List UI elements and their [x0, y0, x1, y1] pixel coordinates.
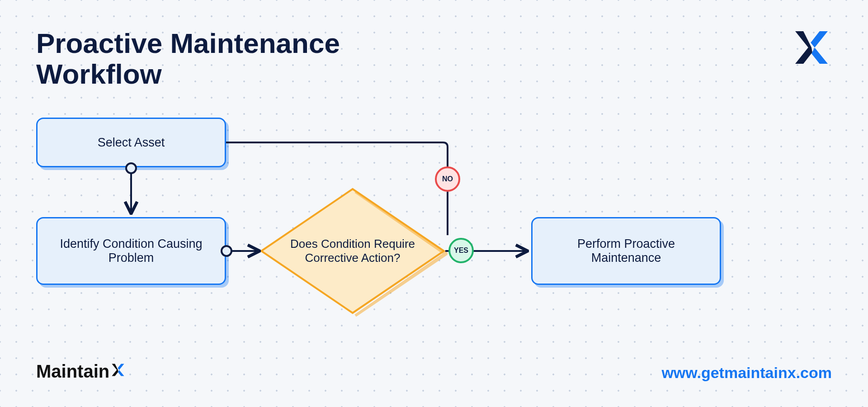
- badge-no-label: NO: [442, 175, 453, 183]
- brand-x-icon: [110, 361, 126, 382]
- badge-yes-label: YES: [454, 246, 468, 255]
- badge-yes: YES: [448, 238, 474, 263]
- brand-logo: Maintain: [36, 361, 126, 382]
- logo-x-icon: [791, 27, 832, 68]
- node-perform-maintenance: Perform Proactive Maintenance: [531, 217, 721, 285]
- diagram-title: Proactive Maintenance Workflow: [36, 28, 398, 90]
- brand-url: www.getmaintainx.com: [661, 364, 832, 382]
- node-select-asset: Select Asset: [36, 118, 226, 167]
- badge-no: NO: [435, 166, 460, 192]
- connector-dot-icon: [221, 245, 232, 257]
- node-label: Perform Proactive Maintenance: [546, 237, 706, 265]
- connector-dot-icon: [125, 162, 137, 174]
- node-identify-condition: Identify Condition Causing Problem: [36, 217, 226, 285]
- node-label: Identify Condition Causing Problem: [51, 237, 211, 265]
- brand-text: Maintain: [36, 361, 109, 382]
- node-decision: Does Condition Require Corrective Action…: [258, 185, 448, 317]
- decision-label: Does Condition Require Corrective Action…: [285, 237, 420, 265]
- node-label: Select Asset: [98, 136, 165, 150]
